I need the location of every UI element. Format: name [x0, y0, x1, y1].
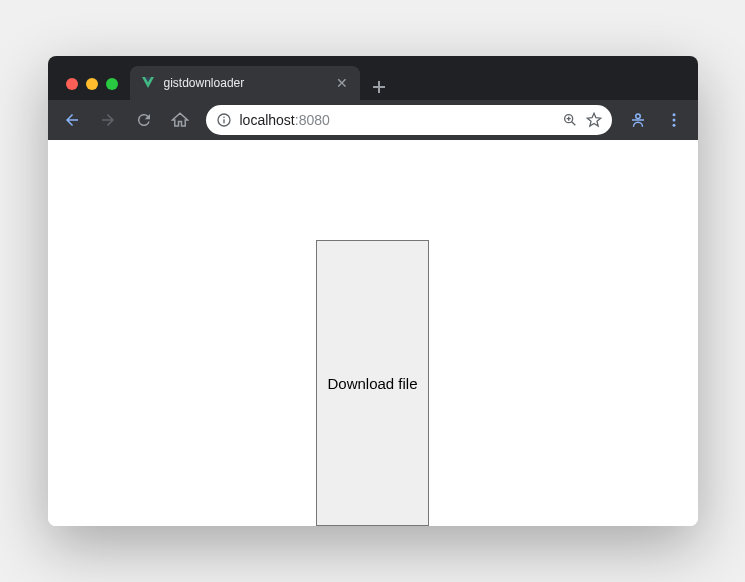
svg-point-1: [223, 117, 225, 119]
svg-rect-2: [223, 119, 224, 123]
svg-point-10: [672, 124, 675, 127]
url-port: :8080: [295, 112, 330, 128]
zoom-icon[interactable]: [562, 112, 578, 128]
toolbar: localhost:8080: [48, 100, 698, 140]
window-controls: [56, 78, 130, 100]
new-tab-button[interactable]: [360, 80, 398, 100]
back-button[interactable]: [56, 104, 88, 136]
window-minimize-button[interactable]: [86, 78, 98, 90]
tab-title: gistdownloader: [164, 76, 326, 90]
url-host: localhost: [240, 112, 295, 128]
svg-line-4: [571, 122, 575, 126]
window-close-button[interactable]: [66, 78, 78, 90]
window-maximize-button[interactable]: [106, 78, 118, 90]
svg-point-8: [672, 113, 675, 116]
tab-bar: gistdownloader ✕: [48, 64, 698, 100]
browser-window: gistdownloader ✕: [48, 56, 698, 526]
site-info-icon[interactable]: [216, 112, 232, 128]
browser-chrome: gistdownloader ✕: [48, 56, 698, 140]
reload-button[interactable]: [128, 104, 160, 136]
tab-close-icon[interactable]: ✕: [334, 74, 350, 92]
tab-active[interactable]: gistdownloader ✕: [130, 66, 360, 100]
profile-icon[interactable]: [622, 104, 654, 136]
forward-button[interactable]: [92, 104, 124, 136]
home-button[interactable]: [164, 104, 196, 136]
bookmark-icon[interactable]: [586, 112, 602, 128]
vue-icon: [140, 75, 156, 91]
address-bar[interactable]: localhost:8080: [206, 105, 612, 135]
page-content: Download file: [48, 140, 698, 526]
download-file-button[interactable]: Download file: [316, 240, 428, 526]
menu-icon[interactable]: [658, 104, 690, 136]
url-text: localhost:8080: [240, 112, 554, 128]
svg-point-9: [672, 119, 675, 122]
svg-point-7: [635, 114, 640, 119]
